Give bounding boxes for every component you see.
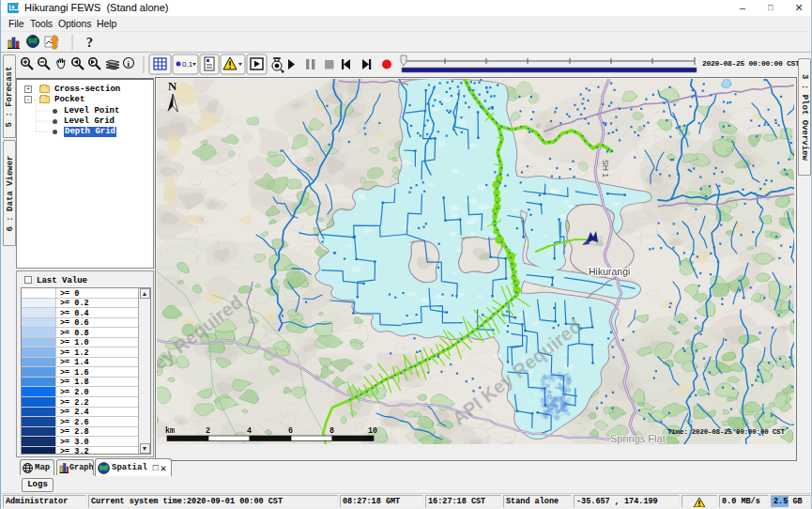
svg-text:?: ? (86, 36, 93, 50)
svg-text:i: i (128, 59, 130, 69)
svg-text:8: 8 (329, 426, 334, 436)
svg-text:6: 6 (288, 426, 293, 436)
svg-text:N: N (168, 79, 177, 93)
svg-text:km: km (165, 426, 175, 436)
svg-text:SH 1: SH 1 (601, 160, 610, 177)
svg-text:2020-08-25 00:00:00 CST: 2020-08-25 00:00:00 CST (702, 59, 800, 68)
svg-text:Time: 2020-08-25 00:00:00 CST: Time: 2020-08-25 00:00:00 CST (667, 428, 785, 436)
svg-text:2: 2 (206, 426, 210, 436)
svg-text:10: 10 (368, 426, 377, 436)
svg-text:0.1: 0.1 (182, 60, 193, 69)
svg-text:4: 4 (247, 426, 252, 436)
svg-text:Springs Flat: Springs Flat (610, 433, 666, 444)
svg-text:Hikurangi: Hikurangi (589, 266, 630, 277)
